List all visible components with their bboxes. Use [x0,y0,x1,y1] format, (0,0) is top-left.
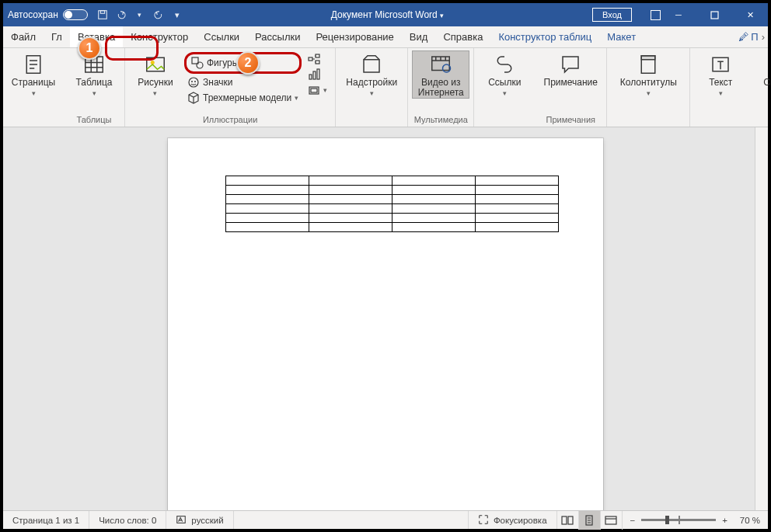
group-text: Текст▾ [690,48,751,127]
status-language[interactable]: русский [166,511,233,529]
group-media-label: Мультимедиа [413,115,469,127]
tab-home[interactable]: Гл [44,26,70,47]
svg-rect-20 [364,60,379,72]
zoom-in-button[interactable]: + [722,516,727,525]
zoom-control[interactable]: − + 70 % [623,516,768,525]
group-illustrations: Рисунки▾ Фигуры ▾ Значки [125,48,336,127]
screenshot-button[interactable]: ▾ [305,83,330,97]
svg-rect-12 [309,57,312,61]
svg-rect-27 [562,516,567,524]
zoom-out-button[interactable]: − [630,516,636,525]
tab-mailings[interactable]: Рассылки [247,26,308,47]
redo-icon[interactable] [153,9,164,20]
share-icon[interactable]: 🖉 [738,31,748,43]
profile-icon[interactable] [651,10,661,20]
svg-rect-15 [309,75,312,79]
svg-rect-28 [568,516,573,524]
svg-rect-1 [100,11,104,14]
svg-rect-0 [99,11,107,19]
comment-button[interactable]: Примечание [539,51,602,88]
link-icon [493,53,516,76]
view-print-button[interactable] [579,511,601,530]
signin-button[interactable]: Вход [592,8,632,22]
text-button[interactable]: Текст▾ [695,51,746,99]
document-title: Документ Microsoft Word ▾ [183,9,592,20]
cube-icon [187,92,200,104]
collapse-ribbon-icon[interactable]: › [762,31,765,43]
svg-rect-14 [316,61,319,64]
focus-icon [478,514,489,527]
title-bar: Автосохран ▾ ▾ Документ Microsoft Word ▾… [3,3,768,26]
group-illustrations-label: Иллюстрации [130,115,330,127]
group-media: Видео изИнтернета Мультимедиа [408,48,474,127]
svg-rect-19 [311,89,317,92]
annotation-2: 2 [236,51,260,75]
links-button[interactable]: Ссылки▾ [479,51,530,99]
addins-button[interactable]: Надстройки▾ [340,51,403,99]
svg-rect-30 [605,516,616,524]
screenshot-icon [308,84,320,96]
icons-button[interactable]: Значки [184,75,302,89]
chart-icon [308,68,320,81]
tab-file[interactable]: Файл [3,26,44,47]
group-addins: Надстройки▾ [336,48,408,127]
status-page[interactable]: Страница 1 из 1 [3,511,89,529]
chart-button[interactable] [305,68,330,82]
view-read-button[interactable] [557,511,579,530]
svg-rect-17 [317,69,319,79]
tab-review[interactable]: Рецензирование [308,26,401,47]
comment-icon [559,53,582,76]
tab-help[interactable]: Справка [435,26,490,47]
maximize-button[interactable] [696,3,732,26]
smartart-button[interactable] [305,52,330,66]
online-video-button[interactable]: Видео изИнтернета [413,51,469,98]
group-links: Ссылки▾ [474,48,535,127]
undo-icon[interactable] [116,9,127,20]
headers-icon [637,53,660,76]
autosave-toggle[interactable] [63,9,88,20]
group-pages: Страницы▾ [3,48,64,127]
minimize-button[interactable]: ─ [661,3,696,26]
icons-icon [187,76,200,89]
page[interactable] [168,138,603,510]
tab-view[interactable]: Вид [402,26,436,47]
view-web-button[interactable] [601,511,623,530]
share-label[interactable]: П [751,31,758,43]
group-symbols: Ω Символы▾ [751,48,771,127]
textbox-icon [709,53,732,76]
group-comments-label: Примечания [539,115,602,127]
shapes-icon [191,57,204,69]
addins-icon [360,53,383,76]
symbols-button[interactable]: Ω Символы▾ [755,51,771,99]
proofing-icon [176,514,187,527]
svg-rect-2 [711,12,718,19]
smartart-icon [308,53,320,65]
zoom-value[interactable]: 70 % [734,516,760,525]
status-words[interactable]: Число слов: 0 [89,511,166,529]
group-headers: Колонтитулы▾ [607,48,690,127]
zoom-slider[interactable] [641,519,716,521]
autosave-label: Автосохран [8,9,58,20]
page-icon [22,53,45,76]
group-comments: Примечание Примечания [535,48,607,127]
document-area[interactable] [3,127,768,510]
save-icon[interactable] [97,9,108,20]
tab-layout[interactable]: Макет [599,26,644,47]
status-bar: Страница 1 из 1 Число слов: 0 русский Фо… [3,510,768,529]
svg-point-10 [191,81,193,82]
word-table[interactable] [225,176,559,232]
quick-access-toolbar: ▾ ▾ [97,9,183,20]
tab-table-design[interactable]: Конструктор таблиц [490,26,599,47]
svg-rect-13 [316,54,319,57]
status-focus[interactable]: Фокусировка [469,511,557,529]
qat-customize-icon[interactable]: ▾ [172,9,183,20]
undo-dropdown-icon[interactable]: ▾ [134,9,145,20]
close-button[interactable]: ✕ [732,3,768,26]
headers-button[interactable]: Колонтитулы▾ [612,51,685,99]
video-icon [429,53,452,76]
pages-button[interactable]: Страницы▾ [8,51,59,99]
annotation-1: 1 [78,37,101,60]
svg-rect-24 [642,56,656,60]
tab-references[interactable]: Ссылки [196,26,247,47]
3d-models-button[interactable]: Трехмерные модели ▾ [184,91,302,105]
